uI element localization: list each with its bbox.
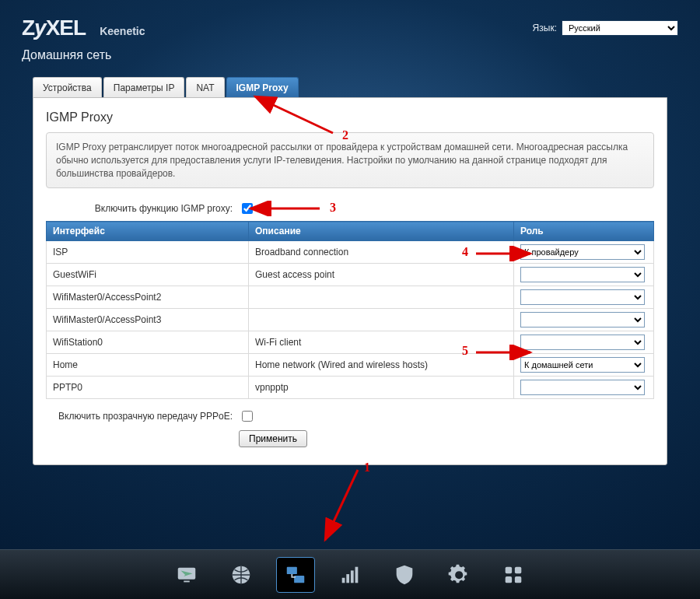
svg-rect-7 [351, 570, 354, 583]
annotation-label-5: 5 [462, 344, 468, 358]
shield-icon [393, 563, 416, 587]
cell-interface: PPTP0 [47, 377, 249, 399]
cell-description: Home network (Wired and wireless hosts) [249, 354, 514, 377]
apps-dock-button[interactable] [494, 557, 533, 593]
role-select[interactable]: К провайдеруК домашней сети [520, 380, 645, 395]
tab-igmp-proxy[interactable]: IGMP Proxy [226, 77, 299, 98]
col-description: Описание [249, 222, 514, 241]
enable-igmp-label: Включить функцию IGMP proxy: [46, 203, 233, 214]
svg-rect-9 [506, 566, 512, 573]
interface-table: Интерфейс Описание Роль ISPBroadband con… [46, 221, 654, 399]
cell-interface: WifiMaster0/AccessPoint2 [47, 286, 249, 309]
role-select[interactable]: К провайдеруК домашней сети [520, 289, 645, 305]
svg-rect-12 [515, 576, 521, 582]
cell-role: К провайдеруК домашней сети [514, 354, 654, 377]
monitor-icon [175, 563, 198, 587]
role-select[interactable]: К провайдеруК домашней сети [520, 312, 645, 328]
cell-interface: Home [47, 354, 249, 377]
cell-role: К провайдеруК домашней сети [514, 377, 654, 399]
svg-rect-1 [184, 580, 190, 582]
table-row: WifiStation0Wi-Fi clientК провайдеруК до… [47, 331, 654, 354]
svg-rect-11 [506, 576, 512, 582]
svg-rect-8 [355, 566, 359, 583]
cell-interface: WifiStation0 [47, 331, 249, 354]
svg-rect-4 [294, 575, 304, 582]
globe-icon [229, 563, 253, 587]
col-interface: Интерфейс [47, 222, 249, 241]
pppoe-passthrough-checkbox[interactable] [242, 411, 253, 422]
tab-параметры-ip[interactable]: Параметры IP [103, 77, 185, 98]
col-role: Роль [514, 222, 654, 241]
enable-igmp-checkbox[interactable] [242, 203, 253, 214]
language-picker: Язык: Русский [533, 20, 678, 36]
language-select[interactable]: Русский [562, 20, 678, 36]
network-icon [284, 563, 307, 587]
bottom-dock [0, 549, 700, 599]
annotation-label-2: 2 [342, 128, 348, 142]
header: ZyXEL Keenetic Язык: Русский Домашняя се… [0, 0, 700, 62]
cell-interface: ISP [47, 241, 249, 264]
cell-role: К провайдеруК домашней сети [514, 309, 654, 331]
cell-description [249, 286, 514, 309]
table-row: WifiMaster0/AccessPoint2К провайдеруК до… [47, 286, 654, 309]
apply-button[interactable]: Применить [239, 430, 307, 447]
svg-rect-3 [287, 566, 297, 573]
cell-role: К провайдеруК домашней сети [514, 286, 654, 309]
cell-role: К провайдеруК домашней сети [514, 331, 654, 354]
cell-interface: WifiMaster0/AccessPoint3 [47, 309, 249, 331]
tab-nat[interactable]: NAT [186, 77, 224, 98]
role-select[interactable]: К провайдеруК домашней сети [520, 357, 645, 373]
wifi-dock-button[interactable] [331, 557, 369, 593]
pppoe-passthrough-label: Включить прозрачную передачу PPPoE: [46, 411, 233, 422]
tab-устройства[interactable]: Устройства [33, 77, 102, 98]
annotation-label-4: 4 [462, 245, 468, 259]
panel-heading: IGMP Proxy [46, 110, 654, 124]
role-select[interactable]: К провайдеруК домашней сети [520, 267, 645, 282]
cell-description: Guest access point [249, 264, 514, 286]
shield-dock-button[interactable] [385, 557, 424, 593]
cell-description: Wi-Fi client [249, 331, 514, 354]
info-box: IGMP Proxy ретранслирует поток многоадре… [46, 132, 654, 188]
model-name: Keenetic [100, 25, 145, 37]
role-select[interactable]: К провайдеруК домашней сети [520, 244, 645, 260]
table-row: PPTP0vpnpptpК провайдеруК домашней сети [47, 377, 654, 399]
language-label: Язык: [533, 23, 557, 33]
apps-icon [502, 563, 525, 587]
content-panel: IGMP Proxy IGMP Proxy ретранслирует пото… [33, 97, 667, 465]
table-row: WifiMaster0/AccessPoint3К провайдеруК до… [47, 309, 654, 331]
cell-role: К провайдеруК домашней сети [514, 264, 654, 286]
table-row: ISPBroadband connectionК провайдеруК дом… [47, 241, 654, 264]
cell-role: К провайдеруК домашней сети [514, 241, 654, 264]
annotation-label-3: 3 [330, 201, 336, 215]
table-row: HomeHome network (Wired and wireless hos… [47, 354, 654, 377]
annotation-label-1: 1 [364, 461, 370, 475]
brand-logo: ZyXEL [22, 16, 86, 40]
network-dock-button[interactable] [276, 557, 315, 593]
page-title: Домашняя сеть [22, 48, 678, 62]
cell-description: Broadband connection [249, 241, 514, 264]
cell-description [249, 309, 514, 331]
table-row: GuestWiFiGuest access pointК провайдеруК… [47, 264, 654, 286]
gear-icon [447, 563, 471, 587]
svg-rect-6 [346, 574, 349, 583]
role-select[interactable]: К провайдеруК домашней сети [520, 335, 645, 350]
wifi-icon [338, 563, 362, 587]
cell-interface: GuestWiFi [47, 264, 249, 286]
svg-rect-5 [342, 577, 345, 583]
monitor-dock-button[interactable] [167, 557, 206, 593]
cell-description: vpnpptp [249, 377, 514, 399]
globe-dock-button[interactable] [222, 557, 261, 593]
gear-dock-button[interactable] [439, 557, 478, 593]
tabs: УстройстваПараметры IPNATIGMP Proxy [33, 76, 667, 97]
svg-rect-10 [515, 566, 521, 573]
